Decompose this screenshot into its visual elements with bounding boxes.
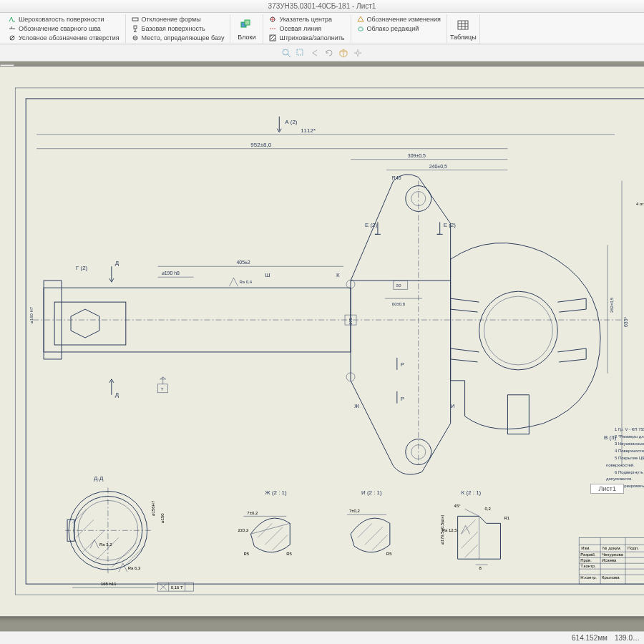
svg-text:262±0,5: 262±0,5 [610,297,614,313]
svg-text:допускаются.: допускаются. [606,477,633,481]
svg-text:Ш: Ш [265,272,270,278]
svg-text:165 h11: 165 h11 [101,582,117,586]
svg-text:Крылова: Крылова [602,575,620,580]
ribbon-label: Обозначение изменения [367,16,441,23]
svg-line-84 [76,519,94,537]
gdt-icon [132,16,139,23]
revision-symbol-button[interactable]: Обозначение изменения [356,14,442,24]
svg-text:5 Покрытие Ц9 хр…: 5 Покрытие Ц9 хр… [615,456,644,460]
ribbon-label: Штриховка/заполнить [279,34,344,42]
svg-text:№ докум.: № докум. [602,546,622,550]
svg-text:309±0,5: 309±0,5 [408,153,426,158]
svg-text:7±0,2: 7±0,2 [247,511,258,515]
svg-text:952±8,0: 952±8,0 [250,142,271,148]
svg-text:Д: Д [115,260,119,266]
svg-text:Разраб.: Разраб. [580,552,596,557]
svg-text:45°: 45° [454,504,462,508]
svg-text:4 отв.: 4 отв. [636,202,644,206]
svg-text:2 *Размеры для спр…: 2 *Размеры для спр… [615,434,644,439]
drawing-sheet: 1112* 952±8,0 309±0,5 240±0,5 А (2) [0,66,644,617]
svg-text:Р: Р [401,361,404,368]
svg-text:Ж: Ж [354,403,360,409]
zoom-area-button[interactable] [296,48,306,58]
svg-point-35 [484,296,553,365]
svg-text:R1: R1 [504,516,509,520]
view-settings-button[interactable] [353,48,363,58]
zoom-prev-button[interactable] [310,48,320,58]
svg-point-9 [283,49,288,55]
svg-text:Подп.: Подп. [628,546,639,550]
svg-text:Е (2): Е (2) [444,222,457,228]
svg-text:0,16 Т: 0,16 Т [171,585,183,590]
hatch-button[interactable]: Штриховка/заполнить [268,33,346,42]
svg-line-121 [462,532,478,548]
svg-text:К (2 : 1): К (2 : 1) [462,489,482,496]
svg-text:6 Подвергнуть рад…: 6 Подвергнуть рад… [615,470,644,474]
status-x: 614.152мм [572,634,608,642]
hole-callout-button[interactable]: Условное обозначение отверстия [7,33,121,42]
svg-rect-5 [245,20,250,25]
form-tolerance-button[interactable]: Отклонение формы [130,14,226,24]
hole-icon [9,34,16,42]
view-3d-button[interactable] [338,48,348,58]
cloud-icon [357,25,364,32]
svg-text:Изм.: Изм. [581,546,590,550]
window-title: 373УН35.0301-40СБ-181 - Лист1 [0,0,644,13]
hatch-icon [269,34,276,42]
svg-text:3 Неуказанные рад…: 3 Неуказанные рад… [615,441,644,446]
svg-text:⌀160 H7: ⌀160 H7 [29,306,34,323]
svg-text:50: 50 [396,283,401,288]
center-mark-button[interactable]: Указатель центра [268,14,346,24]
svg-text:Т.контр.: Т.контр. [580,564,596,568]
centerline-button[interactable]: Осевая линия [268,24,346,33]
svg-rect-8 [458,21,468,29]
status-bar: 614.152мм 139.0… [0,631,644,644]
svg-point-34 [479,291,558,370]
svg-text:405±2: 405±2 [236,260,250,265]
svg-line-113 [365,527,383,545]
svg-rect-2 [134,26,137,29]
svg-text:635*: 635* [623,316,628,327]
weld-symbol-button[interactable]: Обозначение сварного шва [7,24,121,33]
svg-rect-1 [132,18,138,21]
datum-target-button[interactable]: Место, определяющее базу [130,33,226,42]
blocks-button[interactable]: Блоки [230,14,263,44]
svg-text:Д-Д: Д-Д [94,475,104,482]
svg-line-86 [94,537,119,562]
view-rotate-button[interactable] [324,48,334,58]
zoom-fit-button[interactable] [281,48,291,58]
drawing-viewport[interactable]: 373УН35.0301-18… 1112* 952±8,0 309±0,5 2… [0,62,644,631]
svg-text:240±0,5: 240±0,5 [429,164,447,169]
svg-text:⌀156H7: ⌀156H7 [151,500,155,516]
svg-rect-13 [26,99,644,584]
svg-rect-10 [297,49,303,55]
svg-text:А (2): А (2) [285,119,298,125]
svg-line-103 [258,523,272,537]
blocks-icon [240,18,254,32]
revtri-icon [357,16,364,23]
ribbon-annotations-1: Шероховатость поверхности Обозначение св… [3,14,126,43]
ribbon-label: Обозначение сварного шва [19,25,101,32]
datum-button[interactable]: Базовая поверхность [130,24,226,33]
svg-line-122 [465,545,478,557]
svg-text:Р: Р [401,396,404,402]
view-toolbar [0,44,644,62]
svg-text:2±0,2: 2±0,2 [238,528,249,532]
ribbon-label: Базовая поверхность [142,25,205,32]
surface-roughness-button[interactable]: Шероховатость поверхности [7,14,121,24]
svg-text:8: 8 [479,566,482,570]
ribbon: Шероховатость поверхности Обозначение св… [0,13,644,44]
datum-icon [132,25,139,32]
centerline-icon [269,25,276,32]
svg-line-112 [358,523,372,537]
status-y: 139.0… [615,634,640,642]
ribbon-label: Таблицы [450,34,477,41]
roughness-icon [9,16,16,23]
svg-text:7±0,2: 7±0,2 [349,509,361,513]
svg-text:Ra 12,5: Ra 12,5 [442,528,458,532]
revision-cloud-button[interactable]: Облако редакций [356,24,442,33]
tables-button[interactable]: Таблицы [447,14,480,44]
sheet-tab[interactable]: Лист1 [590,484,624,494]
svg-text:60±0,8: 60±0,8 [392,302,406,306]
centermark-icon [269,16,276,23]
